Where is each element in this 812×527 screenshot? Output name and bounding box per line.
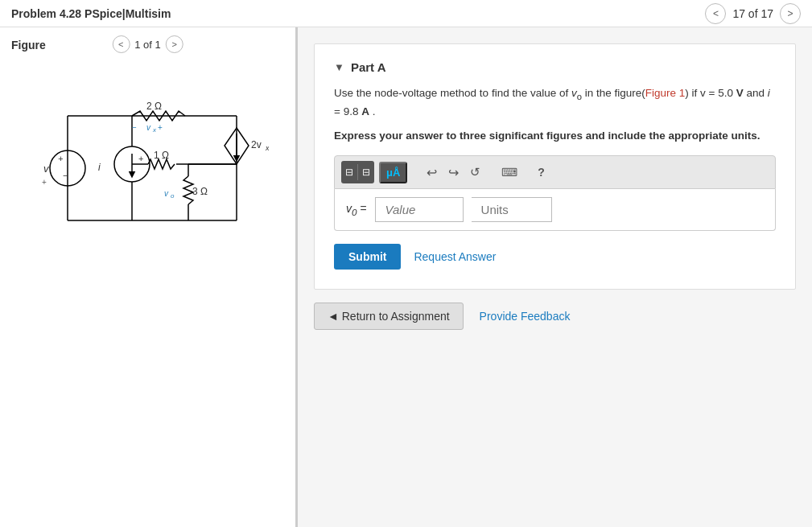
answer-label: v0 = — [346, 202, 367, 217]
main-layout: Figure < 1 of 1 > — [0, 27, 812, 527]
svg-text:−: − — [63, 171, 68, 180]
figure-link[interactable]: Figure 1 — [645, 87, 686, 99]
svg-text:+: + — [58, 154, 64, 163]
value-input[interactable] — [375, 197, 464, 222]
matrix-icon[interactable]: ⊟ — [341, 164, 357, 180]
redo-button[interactable]: ↪ — [445, 163, 462, 182]
svg-text:+: + — [42, 178, 47, 187]
matrix-icon-2[interactable]: ⊟ — [357, 164, 374, 180]
right-panel: ▼ Part A Use the node-voltage method to … — [298, 27, 812, 527]
submit-button[interactable]: Submit — [334, 244, 401, 270]
express-text: Express your answer to three significant… — [334, 128, 776, 144]
svg-text:i: i — [98, 162, 101, 173]
bottom-actions: ◄ Return to Assignment Provide Feedback — [314, 303, 796, 330]
svg-text:o: o — [171, 192, 175, 200]
page-count: 17 of 17 — [732, 7, 773, 20]
svg-text:x: x — [152, 126, 157, 134]
answer-box: ⊟ ⊟ μÅ ↩ ↪ ↺ ⌨ — [334, 155, 776, 231]
figure-count: 1 of 1 — [134, 39, 161, 51]
part-header: ▼ Part A — [334, 60, 776, 74]
mu-button[interactable]: μÅ — [379, 162, 407, 183]
refresh-button[interactable]: ↺ — [467, 163, 484, 181]
svg-text:v: v — [43, 163, 50, 175]
svg-text:x: x — [265, 144, 269, 152]
left-panel: Figure < 1 of 1 > — [0, 27, 298, 527]
action-row: Submit Request Answer — [334, 244, 776, 270]
return-button[interactable]: ◄ Return to Assignment — [314, 303, 464, 330]
undo-button[interactable]: ↩ — [423, 163, 440, 182]
answer-input-row: v0 = — [334, 189, 776, 231]
keyboard-button[interactable]: ⌨ — [497, 164, 522, 180]
help-button[interactable]: ? — [534, 164, 549, 180]
top-bar: Problem 4.28 PSpice|Multisim < 17 of 17 … — [0, 0, 812, 27]
top-nav: < 17 of 17 > — [705, 3, 801, 24]
page-title: Problem 4.28 PSpice|Multisim — [11, 7, 171, 20]
svg-text:v: v — [146, 123, 151, 132]
svg-text:v: v — [164, 189, 169, 198]
collapse-arrow[interactable]: ▼ — [334, 61, 344, 73]
svg-text:−: − — [132, 123, 137, 132]
svg-text:3 Ω: 3 Ω — [192, 186, 208, 197]
next-button[interactable]: > — [780, 3, 801, 24]
toolbar-icon-group[interactable]: ⊟ ⊟ — [341, 161, 374, 183]
prev-button[interactable]: < — [705, 3, 726, 24]
request-answer-link[interactable]: Request Answer — [414, 250, 496, 263]
svg-text:+: + — [158, 123, 163, 132]
circuit-diagram: + − v + i + — [8, 76, 287, 253]
answer-toolbar: ⊟ ⊟ μÅ ↩ ↪ ↺ ⌨ — [334, 155, 776, 189]
circuit-svg: + − v + i + — [27, 76, 269, 253]
part-title: Part A — [351, 60, 386, 74]
svg-text:+: + — [138, 154, 143, 163]
feedback-link[interactable]: Provide Feedback — [480, 310, 571, 323]
figure-prev-button[interactable]: < — [112, 35, 130, 53]
figure-next-button[interactable]: > — [166, 35, 183, 53]
figure-nav: < 1 of 1 > — [112, 35, 183, 53]
units-input[interactable] — [472, 197, 552, 222]
svg-text:2 Ω: 2 Ω — [146, 101, 162, 112]
part-box: ▼ Part A Use the node-voltage method to … — [314, 43, 796, 290]
problem-text: Use the node-voltage method to find the … — [334, 85, 776, 120]
figure-label: Figure — [11, 39, 46, 51]
svg-text:2v: 2v — [251, 139, 262, 150]
